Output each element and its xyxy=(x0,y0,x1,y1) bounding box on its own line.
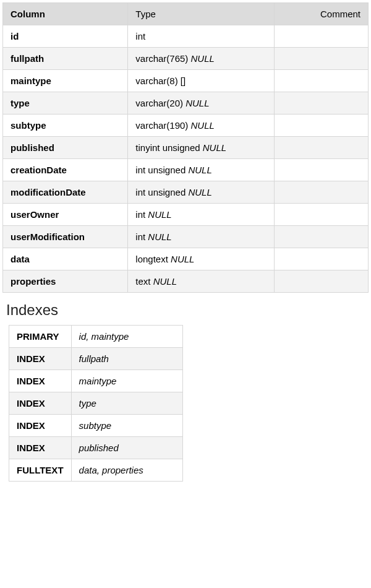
table-row: INDEX published xyxy=(9,437,183,459)
index-type: INDEX xyxy=(9,370,72,392)
column-comment xyxy=(275,226,369,248)
column-name: creationDate xyxy=(3,159,128,181)
column-type: int unsigned NULL xyxy=(128,181,275,204)
table-row: modificationDate int unsigned NULL xyxy=(3,181,369,204)
column-type: int unsigned NULL xyxy=(128,159,275,181)
column-name: userOwner xyxy=(3,204,128,226)
table-row: FULLTEXT data, properties xyxy=(9,459,183,482)
index-type: INDEX xyxy=(9,437,72,459)
column-type: varchar(190) NULL xyxy=(128,115,275,137)
table-row: userOwner int NULL xyxy=(3,204,369,226)
column-comment xyxy=(275,270,369,293)
table-row: fullpath varchar(765) NULL xyxy=(3,48,369,70)
column-type: varchar(765) NULL xyxy=(128,48,275,70)
table-row: INDEX maintype xyxy=(9,370,183,392)
column-name: id xyxy=(3,25,128,48)
index-type: INDEX xyxy=(9,415,72,437)
column-type: text NULL xyxy=(128,270,275,293)
columns-table: Column Type Comment id int fullpath varc… xyxy=(2,2,369,293)
column-comment xyxy=(275,204,369,226)
table-row: userModification int NULL xyxy=(3,226,369,248)
column-comment xyxy=(275,159,369,181)
column-comment xyxy=(275,92,369,115)
index-type: PRIMARY xyxy=(9,326,72,348)
index-fields: data, properties xyxy=(71,459,182,482)
index-fields: type xyxy=(71,392,182,415)
column-type: longtext NULL xyxy=(128,248,275,270)
table-row: subtype varchar(190) NULL xyxy=(3,115,369,137)
index-fields: published xyxy=(71,437,182,459)
index-fields: id, maintype xyxy=(71,326,182,348)
columns-table-body: id int fullpath varchar(765) NULL mainty… xyxy=(3,25,369,293)
column-name: userModification xyxy=(3,226,128,248)
table-row: id int xyxy=(3,25,369,48)
column-comment xyxy=(275,137,369,159)
index-type: INDEX xyxy=(9,392,72,415)
columns-header-comment: Comment xyxy=(275,3,369,25)
column-name: data xyxy=(3,248,128,270)
index-fields: maintype xyxy=(71,370,182,392)
column-comment xyxy=(275,48,369,70)
column-type: int NULL xyxy=(128,204,275,226)
column-name: properties xyxy=(3,270,128,293)
table-row: INDEX subtype xyxy=(9,415,183,437)
table-row: maintype varchar(8) [] xyxy=(3,70,369,92)
table-row: published tinyint unsigned NULL xyxy=(3,137,369,159)
column-type: varchar(8) [] xyxy=(128,70,275,92)
column-name: published xyxy=(3,137,128,159)
column-type: varchar(20) NULL xyxy=(128,92,275,115)
column-name: subtype xyxy=(3,115,128,137)
column-name: fullpath xyxy=(3,48,128,70)
columns-header-type: Type xyxy=(128,3,275,25)
column-name: modificationDate xyxy=(3,181,128,204)
column-comment xyxy=(275,70,369,92)
column-type: int NULL xyxy=(128,226,275,248)
indexes-table: PRIMARY id, maintype INDEX fullpath INDE… xyxy=(9,325,183,482)
table-row: INDEX fullpath xyxy=(9,348,183,370)
index-fields: subtype xyxy=(71,415,182,437)
indexes-heading: Indexes xyxy=(6,301,369,319)
column-name: type xyxy=(3,92,128,115)
table-row: PRIMARY id, maintype xyxy=(9,326,183,348)
column-comment xyxy=(275,181,369,204)
indexes-table-body: PRIMARY id, maintype INDEX fullpath INDE… xyxy=(9,326,183,482)
table-row: creationDate int unsigned NULL xyxy=(3,159,369,181)
column-name: maintype xyxy=(3,70,128,92)
columns-header-column: Column xyxy=(3,3,128,25)
table-row: type varchar(20) NULL xyxy=(3,92,369,115)
column-comment xyxy=(275,248,369,270)
column-type: tinyint unsigned NULL xyxy=(128,137,275,159)
index-type: INDEX xyxy=(9,348,72,370)
column-type: int xyxy=(128,25,275,48)
table-row: properties text NULL xyxy=(3,270,369,293)
index-fields: fullpath xyxy=(71,348,182,370)
table-row: data longtext NULL xyxy=(3,248,369,270)
column-comment xyxy=(275,115,369,137)
column-comment xyxy=(275,25,369,48)
table-row: INDEX type xyxy=(9,392,183,415)
index-type: FULLTEXT xyxy=(9,459,72,482)
